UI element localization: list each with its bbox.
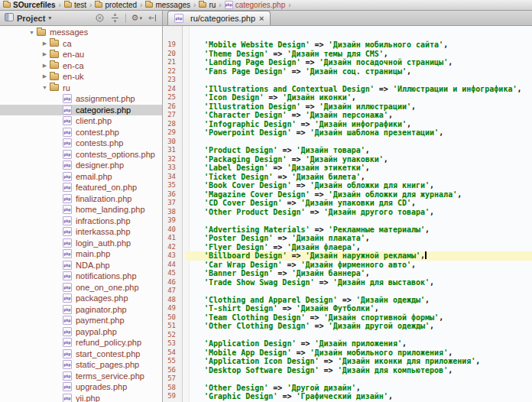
code-line-38[interactable]: 38'Other Product Design' => 'Дизайн друг… [163,208,532,217]
code-line-44[interactable]: 44'Car Wrap Design' => 'Дизайн фирменног… [163,261,532,270]
code-line-40[interactable]: 40'Advertising Materials' => 'Рекламные … [163,225,532,235]
tree-item-en-ca[interactable]: ▶en-ca [0,60,162,72]
tree-item-en-au[interactable]: ▶en-au [0,49,162,60]
code-line-21[interactable]: 21'Landing Page Design' => 'Дизайн посад… [163,58,532,67]
code-line-42[interactable]: 42'Flyer Design' => 'Дизайн флаера', [163,243,532,252]
comma-char: , [365,164,370,172]
tab-close-icon[interactable]: × [259,15,264,23]
tree-item-static-pages-php[interactable]: phpstatic_pages.php [0,359,162,371]
code-line-39[interactable]: 39 [163,216,532,225]
code-line-43[interactable]: 43'Billboard Design' => 'Дизайн наружной… [163,251,532,261]
tree-item-designer-php[interactable]: phpdesigner.php [0,160,162,171]
tree-item-login-auth-php[interactable]: phplogin_auth.php [0,238,162,249]
tree-item-en-uk[interactable]: ▶en-uk [0,71,162,83]
tree-item-paginator-php[interactable]: phppaginator.php [0,304,162,316]
code-line-56[interactable]: 56'Desktop Software Design' => 'Дизайн д… [163,366,532,375]
collapse-all-icon[interactable] [110,13,120,23]
code-line-22[interactable]: 22'Fans Page Design' => 'Дизайн соц. стр… [163,67,532,76]
code-line-29[interactable]: 29'Powerpoint Design' => 'Дизайн шаблона… [163,128,532,138]
tree-item-interkassa-php[interactable]: phpinterkassa.php [0,226,162,238]
breadcrumb-item[interactable]: phpcategories.php [225,1,286,9]
collapse-arrow-icon[interactable]: ▼ [40,85,50,90]
hide-panel-icon[interactable] [148,13,157,23]
code-line-48[interactable]: 48'Clothing and Apparel Design' => 'Диза… [163,296,532,305]
code-line-37[interactable]: 37'CD Cover Design' => 'Дизайн упаковки … [163,199,532,208]
tree-item-yii-php[interactable]: phpyii.php [0,393,162,402]
code-line-27[interactable]: 27'Character Design' => 'Дизайн персонаж… [163,111,532,120]
tree-item-email-php[interactable]: phpemail.php [0,171,162,183]
tree-item-notifications-php[interactable]: phpnotifications.php [0,271,162,282]
code-line-28[interactable]: 28'Infographic Design' => 'Дизайн инфогр… [163,120,532,129]
settings-gear-icon[interactable]: ⚙▾ [131,13,142,23]
code-line-20[interactable]: 20'Theme Design' => 'Дизайн темы для CMS… [163,50,532,59]
code-line-49[interactable]: 49'T-shirt Design' => 'Дизайн Футболки', [163,304,532,313]
project-panel-dropdown-icon[interactable]: ▾ [48,15,51,21]
tree-item-terms-service-php[interactable]: phpterms_service.php [0,371,162,382]
tree-item-home-landing-php[interactable]: phphome_landing.php [0,204,162,216]
tree-item-ca[interactable]: ▶ca [0,38,162,50]
expand-arrow-icon[interactable]: ▶ [40,73,50,79]
code-line-24[interactable]: 24'Illustrations and Contextual Design' … [163,85,532,94]
tree-item-paypal-php[interactable]: phppaypal.php [0,326,162,338]
tree-item-packages-php[interactable]: phppackages.php [0,293,162,304]
code-line-19[interactable]: 19'Mobile Website Design' => 'Дизайн моб… [163,41,532,50]
tree-item-featured-on-php[interactable]: phpfeatured_on.php [0,182,162,193]
code-line-26[interactable]: 26'Illustration Design' => 'Дизайн иллюс… [163,102,532,112]
expand-arrow-icon[interactable]: ▶ [40,63,50,69]
breadcrumb-item[interactable]: ru [199,1,216,9]
code-text: 'Mobile Website Design' => 'Дизайн мобил… [186,41,532,50]
tree-item-refund-policy-php[interactable]: phprefund_policy.php [0,337,162,349]
code-line-36[interactable]: 36'Magazine Cover Design' => 'Дизайн обл… [163,190,532,199]
code-editor[interactable]: 19'Mobile Website Design' => 'Дизайн моб… [163,26,532,402]
tree-item-contests-php[interactable]: phpcontests.php [0,138,162,149]
tree-item-infractions-php[interactable]: phpinfractions.php [0,216,162,227]
code-line-58[interactable]: 58'Other Design' => 'Другой дизайн', [163,384,532,393]
code-line-33[interactable]: 33'Label Design' => 'Дизайн этикетки', [163,164,532,173]
code-line-59[interactable]: 59'Graphic Design' => 'Графический дизай… [163,392,532,401]
tree-item-contests-options-php[interactable]: phpcontests_options.php [0,149,162,160]
code-line-53[interactable]: 53'Application Design' => 'Дизайн прилож… [163,339,532,349]
tree-item-main-php[interactable]: phpmain.php [0,248,162,260]
line-number: 21 [163,58,179,67]
code-line-25[interactable]: 25'Icon Design' => 'Дизайн иконки', [163,93,532,102]
breadcrumb-item[interactable]: SOurcefiles [3,1,56,9]
expand-arrow-icon[interactable]: ▶ [40,41,50,47]
code-line-46[interactable]: 46'Trade Show Swag Design' => 'Дизайн дл… [163,278,532,287]
code-line-35[interactable]: 35'Book Cover Design' => 'Дизайн обложки… [163,181,532,190]
breadcrumb-item[interactable]: protected [95,1,137,9]
tab-ru-categories-php[interactable]: php ru/categories.php × [167,11,271,25]
tree-item-upgrades-php[interactable]: phpupgrades.php [0,381,162,393]
code-line-51[interactable]: 51'Other Clothing Design' => 'Дизайн дру… [163,322,532,331]
tree-item-contest-php[interactable]: phpcontest.php [0,127,162,138]
code-line-30[interactable]: 30 [163,138,532,147]
breadcrumb-item[interactable]: test [64,1,86,9]
tree-item-categories-php[interactable]: phpcategories.php [0,105,162,116]
tree-item-one-on-one-php[interactable]: phpone_on_one.php [0,282,162,293]
code-line-45[interactable]: 45'Banner Design' => 'Дизайн баннера', [163,269,532,278]
code-line-54[interactable]: 54'Mobile App Design' => 'Дизайн мобильн… [163,349,532,358]
tree-item-payment-php[interactable]: phppayment.php [0,315,162,326]
code-line-50[interactable]: 50'Team Clothing Design' => 'Дизайн спор… [163,313,532,323]
code-line-57[interactable]: 57 [163,374,532,384]
code-line-34[interactable]: 34'Ticket Design' => 'Дизайн билета', [163,173,532,182]
code-line-52[interactable]: 52 [163,331,532,340]
tree-item-start-contest-php[interactable]: phpstart_contest.php [0,349,162,360]
expand-arrow-icon[interactable]: ▶ [40,51,50,57]
tree-item-ru[interactable]: ▼ru [0,83,162,94]
tree-item-assignment-php[interactable]: phpassignment.php [0,93,162,105]
code-line-31[interactable]: 31'Product Design' => 'Дизайн товара', [163,146,532,155]
code-line-47[interactable]: 47 [163,287,532,296]
tree-item-nda-php[interactable]: phpNDA.php [0,260,162,271]
tree-item-client-php[interactable]: phpclient.php [0,115,162,127]
collapse-arrow-icon[interactable]: ▼ [27,30,37,35]
fold-strip [179,225,186,235]
code-line-23[interactable]: 23 [163,76,532,85]
code-line-41[interactable]: 41'Poster Design' => 'Дизайн плаката', [163,234,532,243]
project-panel-title[interactable]: Project [17,14,45,23]
code-line-32[interactable]: 32'Packaging Design' => 'Дизайн упаковки… [163,155,532,164]
code-line-55[interactable]: 55'Application Icon Design' => 'Дизайн и… [163,357,532,366]
tree-item-finalization-php[interactable]: phpfinalization.php [0,193,162,205]
locate-file-icon[interactable] [95,13,105,23]
tree-item-messages[interactable]: ▼messages [0,27,162,38]
breadcrumb-item[interactable]: messages [145,1,190,9]
